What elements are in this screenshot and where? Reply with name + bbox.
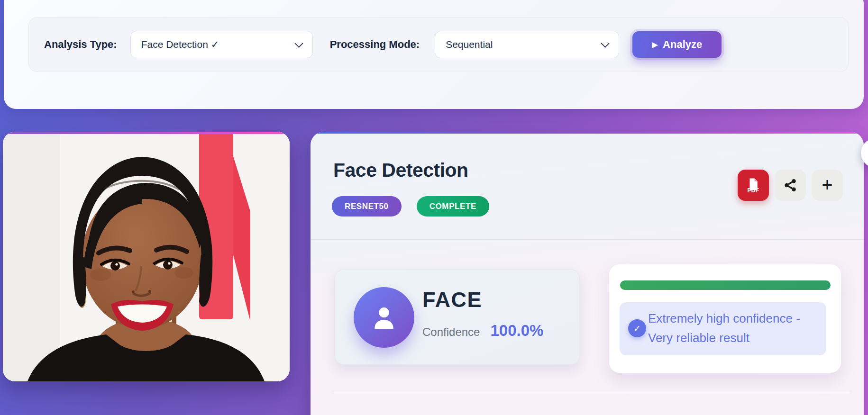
- detection-result-card: FACE Confidence 100.0%: [335, 269, 580, 365]
- header-divider: [311, 239, 864, 240]
- assessment-note: ✓ Extremely high confidence - Very relia…: [620, 302, 826, 355]
- analyze-button[interactable]: ▶ Analyze: [632, 31, 722, 58]
- pdf-icon: PDF: [746, 177, 760, 194]
- check-icon: ✓: [628, 319, 646, 337]
- section-divider: [332, 392, 852, 392]
- portrait-photo: [3, 132, 290, 381]
- processing-mode-label: Processing Mode:: [330, 38, 420, 51]
- confidence-label: Confidence: [422, 325, 480, 339]
- share-button[interactable]: [775, 170, 806, 201]
- detected-class-label: FACE: [422, 288, 543, 312]
- status-badge: COMPLETE: [417, 196, 489, 217]
- chevron-down-icon: [601, 39, 609, 47]
- detection-info: FACE Confidence 100.0%: [422, 288, 543, 340]
- toolbar-card: Analysis Type: Face Detection ✓ Processi…: [4, 0, 864, 109]
- export-pdf-button[interactable]: PDF: [738, 170, 769, 201]
- analysis-type-select[interactable]: Face Detection ✓: [130, 31, 313, 58]
- plus-icon: +: [822, 175, 832, 194]
- model-badge: RESNET50: [332, 196, 402, 217]
- assessment-message-line1: Extremely high confidence -: [648, 309, 800, 328]
- action-buttons: PDF +: [738, 170, 843, 201]
- play-icon: ▶: [652, 41, 658, 49]
- assessment-message-line2: Very reliable result: [648, 328, 800, 348]
- confidence-row: Confidence 100.0%: [422, 322, 543, 340]
- processing-mode-value: Sequential: [446, 39, 493, 50]
- confidence-progress-bar: [620, 280, 831, 290]
- analyze-button-label: Analyze: [663, 38, 702, 51]
- assessment-message: Extremely high confidence - Very reliabl…: [648, 309, 800, 348]
- photo-card-accent-strip: [3, 132, 290, 134]
- face-avatar: [354, 287, 414, 348]
- results-title: Face Detection: [333, 159, 468, 181]
- person-icon: [369, 303, 399, 332]
- add-button[interactable]: +: [812, 170, 843, 201]
- analysis-type-label: Analysis Type:: [44, 38, 117, 51]
- analysis-type-value: Face Detection ✓: [141, 39, 219, 50]
- toolbar-panel: Analysis Type: Face Detection ✓ Processi…: [28, 17, 849, 72]
- confidence-value: 100.0%: [490, 322, 543, 340]
- results-panel: Face Detection RESNET50 COMPLETE PDF: [311, 132, 864, 415]
- app-page: Analysis Type: Face Detection ✓ Processi…: [0, 0, 868, 415]
- chevron-down-icon: [294, 39, 303, 47]
- badge-row: RESNET50 COMPLETE: [332, 196, 489, 217]
- share-icon: [783, 178, 797, 192]
- results-accent-strip: [311, 132, 864, 134]
- processing-mode-select[interactable]: Sequential: [435, 31, 619, 58]
- assessment-card: ✓ Extremely high confidence - Very relia…: [609, 264, 841, 373]
- analyzed-photo-card: [3, 132, 290, 381]
